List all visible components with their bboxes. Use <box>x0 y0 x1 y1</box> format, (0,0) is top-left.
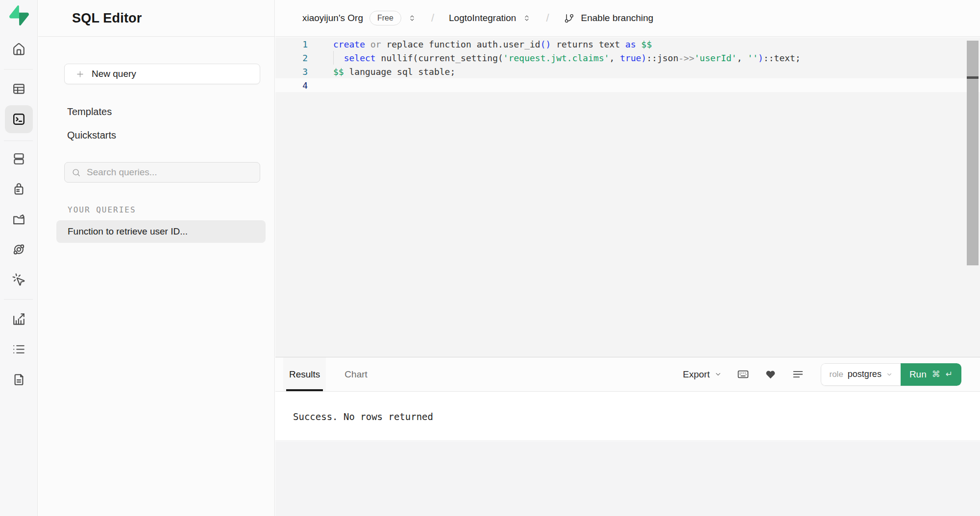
git-branch-icon <box>564 13 574 23</box>
table-icon <box>12 82 26 96</box>
supabase-sql-editor: SQL Editor New query Templates Quickstar… <box>0 0 980 516</box>
query-result-message-row: Success. No rows returned <box>275 392 980 441</box>
query-list-item-selected[interactable]: Function to retrieve user ID... <box>56 220 266 243</box>
search-queries-input[interactable] <box>87 167 253 178</box>
new-query-label: New query <box>92 69 136 79</box>
line-number: 2 <box>275 53 308 63</box>
supabase-logo-icon[interactable] <box>9 5 29 26</box>
terminal-icon <box>12 112 26 126</box>
chart-icon <box>12 312 26 326</box>
your-queries-section-label: YOUR QUERIES <box>68 205 136 214</box>
export-button[interactable]: Export <box>683 369 722 380</box>
nav-database[interactable] <box>0 145 38 172</box>
cmd-key-icon: ⌘ <box>932 369 940 379</box>
keyboard-shortcuts-button[interactable] <box>736 368 749 381</box>
breadcrumb-separator: / <box>546 12 549 24</box>
search-box <box>64 162 260 183</box>
project-name[interactable]: LogtoIntegration <box>449 13 516 23</box>
keyboard-icon <box>737 368 749 380</box>
org-name[interactable]: xiaoyijun's Org <box>302 13 363 23</box>
code-text: select nullif(current_setting('request.j… <box>333 53 801 63</box>
code-text: create or replace function auth.user_id(… <box>333 39 652 49</box>
rail-divider <box>4 69 33 70</box>
heart-icon <box>764 368 777 380</box>
tab-results[interactable]: Results <box>283 357 326 391</box>
project-switcher-button[interactable] <box>522 14 531 23</box>
list-icon <box>12 342 26 356</box>
nav-reports[interactable] <box>0 305 38 332</box>
nav-api-docs[interactable] <box>0 366 38 393</box>
tab-chart[interactable]: Chart <box>339 357 373 391</box>
enter-key-icon: ↵ <box>946 369 953 379</box>
rail-divider <box>4 141 33 141</box>
results-toolbar: Results Chart Export <box>275 357 980 392</box>
export-label: Export <box>683 369 710 380</box>
sidebar: SQL Editor New query Templates Quickstar… <box>38 0 275 516</box>
run-label: Run <box>909 369 927 380</box>
role-select-label: role <box>829 370 843 379</box>
results-empty-area <box>275 442 980 516</box>
code-line[interactable]: 2 select nullif(current_setting('request… <box>275 51 980 65</box>
nav-realtime[interactable] <box>0 266 38 293</box>
plan-badge[interactable]: Free <box>369 11 401 25</box>
pointer-click-icon <box>12 273 26 287</box>
database-icon <box>12 152 26 166</box>
nav-sql-editor[interactable] <box>5 105 33 133</box>
align-left-icon <box>792 368 804 380</box>
lock-icon <box>12 182 26 196</box>
nav-logs[interactable] <box>0 335 38 363</box>
sidebar-item-templates[interactable]: Templates <box>67 106 112 117</box>
run-group: role postgres Run ⌘ ↵ <box>821 363 961 386</box>
nav-authentication[interactable] <box>0 175 38 202</box>
orbit-icon <box>12 242 26 257</box>
page-title: SQL Editor <box>72 11 142 26</box>
nav-home[interactable] <box>0 35 38 63</box>
enable-branching-label: Enable branching <box>581 13 654 23</box>
chevron-down-icon <box>714 371 722 378</box>
line-number: 3 <box>275 67 308 77</box>
nav-storage[interactable] <box>0 205 38 233</box>
line-number: 1 <box>275 39 308 49</box>
org-switcher-button[interactable] <box>408 14 416 23</box>
nav-rail <box>0 0 38 516</box>
cursor-position-marker <box>967 76 979 79</box>
enable-branching-button[interactable]: Enable branching <box>564 13 654 23</box>
format-sql-button[interactable] <box>791 368 804 381</box>
favorite-button[interactable] <box>764 368 777 381</box>
editor-scrollbar[interactable] <box>967 41 979 265</box>
run-button[interactable]: Run ⌘ ↵ <box>901 363 961 386</box>
role-select-value: postgres <box>848 369 882 379</box>
new-query-button[interactable]: New query <box>64 64 260 84</box>
chevrons-up-down-icon <box>408 14 416 23</box>
breadcrumb-separator: / <box>431 12 434 24</box>
role-select[interactable]: role postgres <box>821 363 900 386</box>
project-breadcrumb-bar: xiaoyijun's Org Free / LogtoIntegration … <box>275 0 980 37</box>
rail-divider <box>4 299 33 300</box>
code-text: $$ language sql stable; <box>333 67 455 77</box>
line-number: 4 <box>275 80 308 91</box>
code-line[interactable]: 3$$ language sql stable; <box>275 65 980 78</box>
file-text-icon <box>12 373 26 387</box>
chevron-down-icon <box>886 371 893 378</box>
folder-icon <box>12 212 26 226</box>
query-item-label: Function to retrieve user ID... <box>68 226 264 237</box>
search-icon <box>72 168 81 177</box>
code-lines: 1create or replace function auth.user_id… <box>275 37 980 92</box>
toolbar-actions: Export <box>683 363 961 386</box>
code-line[interactable]: 4 <box>275 78 980 92</box>
chevrons-up-down-icon <box>522 14 531 23</box>
sidebar-header: SQL Editor <box>38 0 274 37</box>
sidebar-item-quickstarts[interactable]: Quickstarts <box>67 130 116 141</box>
sql-code-editor[interactable]: 1create or replace function auth.user_id… <box>275 37 980 357</box>
home-icon <box>12 42 26 56</box>
code-line[interactable]: 1create or replace function auth.user_id… <box>275 37 980 51</box>
success-message: Success. No rows returned <box>293 411 433 422</box>
nav-table-editor[interactable] <box>0 75 38 102</box>
nav-edge-functions[interactable] <box>0 235 38 263</box>
plus-icon <box>75 70 85 79</box>
